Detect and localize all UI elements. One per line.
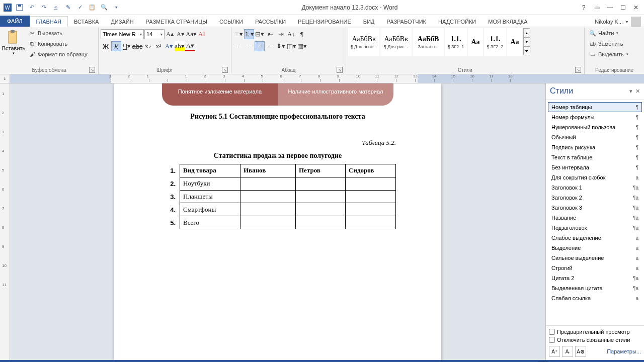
tab-review[interactable]: РЕЦЕНЗИРОВАНИЕ [292, 17, 357, 27]
document-area[interactable]: Понятное изложение материала Наличие илл… [10, 83, 545, 360]
avatar[interactable] [631, 17, 641, 27]
style-list-item[interactable]: Номер формулы¶ [548, 112, 642, 122]
tab-file[interactable]: ФАЙЛ [0, 16, 30, 27]
ribbon-options-icon[interactable]: ▭ [591, 3, 603, 13]
style-item[interactable]: Аа [468, 28, 483, 56]
pane-close-icon[interactable]: ✕ [635, 88, 640, 95]
style-list-item[interactable]: Строгийa [548, 263, 642, 273]
style-item[interactable]: 1.1.¶ ЗГ2_1 [445, 28, 467, 56]
params-link[interactable]: Параметры... [607, 348, 641, 354]
find-button[interactable]: 🔍Найти▾ [587, 28, 620, 38]
style-list-item[interactable]: Заголовок 1¶a [548, 183, 642, 193]
style-list-item[interactable]: Выделениеa [548, 243, 642, 253]
tab-addins[interactable]: НАДСТРОЙКИ [432, 17, 482, 27]
style-list-item[interactable]: Цитата 2¶a [548, 273, 642, 283]
change-case-icon[interactable]: Aa▾ [186, 29, 196, 39]
undo-icon[interactable]: ↶ [26, 2, 37, 13]
font-name-combo[interactable]: Times New R▾ [101, 29, 144, 39]
close-icon[interactable]: ✕ [630, 3, 642, 13]
horizontal-ruler[interactable]: L 321 12 345 678 91011 121314 151617 18 [0, 74, 644, 83]
highlight-icon[interactable]: ab▾ [175, 41, 185, 51]
tab-mailings[interactable]: РАССЫЛКИ [249, 17, 292, 27]
tab-design[interactable]: ДИЗАЙН [105, 17, 139, 27]
qat-icon[interactable]: ⎌ [50, 2, 61, 13]
italic-icon[interactable]: К [111, 41, 121, 51]
align-center-icon[interactable]: ≡ [244, 41, 254, 51]
user-name[interactable]: Nikolay K... [595, 19, 623, 25]
style-item[interactable]: Аа [507, 28, 522, 56]
multilevel-icon[interactable]: ⊟▾ [255, 29, 265, 39]
maximize-icon[interactable]: ☐ [617, 3, 629, 13]
style-list-item[interactable]: Без интервала¶ [548, 162, 642, 172]
style-list-item[interactable]: Слабое выделениеa [548, 233, 642, 243]
qat-icon[interactable]: ✓ [74, 2, 86, 13]
copy-button[interactable]: ⧉Копировать [26, 39, 90, 49]
style-list-item[interactable]: Для сокрытия скобокa [548, 172, 642, 183]
qat-icon[interactable]: ✎ [62, 2, 73, 13]
style-item[interactable]: АаБбВв¶ Для рис... [380, 28, 412, 56]
qat-icon[interactable]: 📋 [87, 2, 98, 13]
indent-inc-icon[interactable]: ⇥ [276, 29, 286, 39]
style-list-item[interactable]: Заголовок 3¶a [548, 203, 642, 213]
style-scroll[interactable]: ▴▾⏷ [523, 28, 530, 66]
tab-layout[interactable]: РАЗМЕТКА СТРАНИЦЫ [140, 17, 213, 27]
cut-button[interactable]: ✂Вырезать [26, 28, 90, 38]
font-color-icon[interactable]: A▾ [185, 41, 195, 51]
vertical-ruler[interactable]: 123 456 789 1011 [0, 83, 10, 360]
style-list-item[interactable]: Номер таблицы¶ [548, 102, 642, 112]
borders-icon[interactable]: ▦▾ [297, 41, 307, 51]
show-marks-icon[interactable]: ¶ [297, 29, 307, 39]
linked-checkbox[interactable]: Отключить связанные стили [549, 337, 641, 343]
grow-font-icon[interactable]: A▴ [165, 29, 175, 39]
font-launcher[interactable]: ↘ [222, 67, 228, 73]
line-spacing-icon[interactable]: ⇕▾ [276, 41, 286, 51]
bullets-icon[interactable]: ≣▾ [233, 29, 244, 39]
style-item[interactable]: АаБбВв¶ Для осно... [348, 28, 379, 56]
preview-checkbox[interactable]: Предварительный просмотр [549, 329, 641, 335]
superscript-icon[interactable]: x² [153, 41, 164, 51]
para-launcher[interactable]: ↘ [337, 67, 343, 73]
manage-styles-icon[interactable]: A⚙ [575, 346, 586, 357]
underline-icon[interactable]: Ч▾ [122, 41, 132, 51]
style-inspector-icon[interactable]: Aᵢ [562, 346, 573, 357]
style-list-item[interactable]: Название¶a [548, 213, 642, 223]
justify-icon[interactable]: ≡ [265, 41, 275, 51]
style-item[interactable]: АаБбВЗаголов... [413, 28, 444, 56]
shrink-font-icon[interactable]: A▾ [176, 29, 186, 39]
strike-icon[interactable]: abc [132, 41, 142, 51]
replace-button[interactable]: abЗаменить [587, 39, 625, 49]
style-list-item[interactable]: Выделенная цитата¶a [548, 283, 642, 293]
tab-references[interactable]: ССЫЛКИ [213, 17, 249, 27]
styles-list[interactable]: Номер таблицы¶Номер формулы¶Нумерованный… [546, 100, 644, 325]
sort-icon[interactable]: A↓ [286, 29, 296, 39]
help-icon[interactable]: ? [578, 3, 590, 13]
clipboard-launcher[interactable]: ↘ [89, 67, 95, 73]
align-left-icon[interactable]: ≡ [233, 41, 244, 51]
clear-format-icon[interactable]: A⃠ [197, 29, 207, 39]
minimize-icon[interactable]: — [604, 3, 616, 13]
select-button[interactable]: ▭Выделить▾ [587, 49, 630, 59]
styles-launcher[interactable]: ↘ [575, 67, 581, 73]
align-right-icon[interactable]: ≡ [255, 41, 265, 51]
tab-custom[interactable]: МОЯ ВКЛАДКА [482, 17, 533, 27]
text-effects-icon[interactable]: A▾ [164, 41, 174, 51]
shading-icon[interactable]: ◫▾ [286, 41, 296, 51]
font-size-combo[interactable]: 14▾ [144, 29, 165, 39]
indent-dec-icon[interactable]: ⇤ [265, 29, 275, 39]
qat-more-icon[interactable]: ▾ [111, 2, 122, 13]
style-item[interactable]: 1.1.¶ ЗГ2_2 [484, 28, 506, 56]
numbering-icon[interactable]: ⒈▾ [244, 29, 254, 39]
style-list-item[interactable]: Текст в таблице¶ [548, 152, 642, 162]
tab-developer[interactable]: РАЗРАБОТЧИК [381, 17, 432, 27]
style-list-item[interactable]: Подзаголовок¶a [548, 223, 642, 233]
format-painter-button[interactable]: 🖌Формат по образцу [26, 49, 90, 59]
redo-icon[interactable]: ↷ [38, 2, 49, 13]
tab-view[interactable]: ВИД [357, 17, 381, 27]
save-icon[interactable] [14, 2, 25, 13]
ruler-corner[interactable]: L [0, 74, 10, 83]
style-list-item[interactable]: Подпись рисунка¶ [548, 142, 642, 152]
new-style-icon[interactable]: A⁺ [549, 346, 560, 357]
pane-options-icon[interactable]: ▾ [629, 88, 632, 95]
tab-insert[interactable]: ВСТАВКА [68, 17, 105, 27]
style-list-item[interactable]: Заголовок 2¶a [548, 193, 642, 203]
